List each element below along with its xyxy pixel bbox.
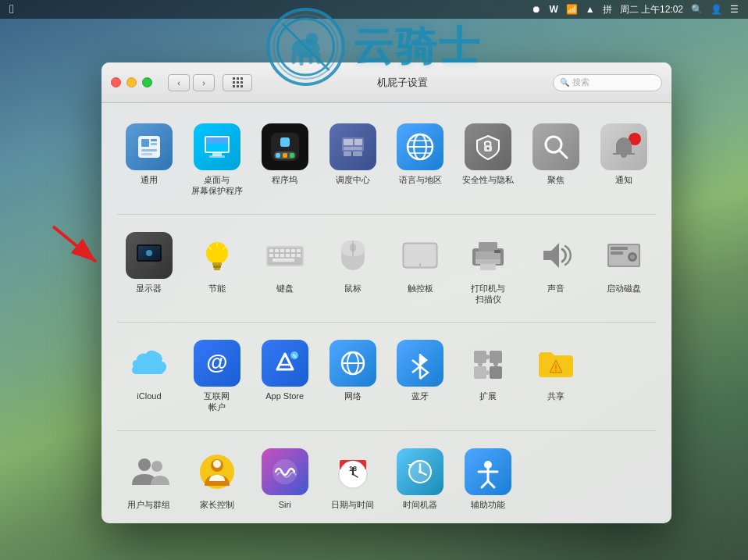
user-icon: 👤: [711, 4, 722, 15]
svg-point-124: [351, 473, 354, 475]
extensions-label: 扩展: [479, 391, 497, 401]
svg-point-128: [419, 470, 422, 473]
pref-keyboard[interactable]: 键盘: [253, 227, 317, 310]
energy-icon: [194, 232, 240, 279]
svg-marker-84: [543, 243, 559, 268]
svg-rect-32: [353, 152, 362, 156]
svg-rect-13: [151, 143, 157, 145]
mouse-label: 鼠标: [344, 283, 362, 294]
svg-rect-26: [280, 137, 290, 147]
pref-mouse[interactable]: 鼠标: [321, 227, 385, 310]
internet-icon: @: [194, 340, 240, 387]
grid-view-button[interactable]: [223, 74, 252, 91]
svg-line-41: [559, 150, 567, 158]
svg-rect-82: [480, 264, 496, 270]
search-bar[interactable]: 🔍 搜索: [553, 74, 662, 91]
language-label: 语言与地区: [399, 174, 442, 185]
close-button[interactable]: [111, 77, 121, 87]
pref-general[interactable]: 通用: [117, 119, 181, 202]
internet-label: 互联网 帐户: [204, 391, 230, 413]
sharing-label: 共享: [547, 391, 565, 401]
pref-display[interactable]: 显示器: [117, 227, 181, 310]
svg-rect-62: [291, 249, 295, 252]
printer-icon: [465, 232, 511, 279]
minimize-button[interactable]: [126, 77, 137, 87]
pref-notifications[interactable]: 通知: [592, 119, 656, 202]
search-placeholder: 搜索: [572, 77, 589, 88]
svg-line-99: [412, 360, 420, 366]
maximize-button[interactable]: [142, 77, 152, 87]
accessibility-label: 辅助功能: [471, 499, 505, 510]
pref-datetime[interactable]: 18 日期与时间: [321, 444, 385, 515]
svg-point-111: [138, 458, 151, 471]
svg-rect-25: [290, 153, 294, 158]
section-system: 用户与群组 家长控制: [117, 444, 656, 523]
svg-rect-29: [354, 139, 362, 145]
pref-parental[interactable]: 家长控制: [185, 444, 249, 515]
svg-rect-61: [286, 249, 290, 252]
svg-rect-59: [275, 249, 279, 252]
pref-extensions[interactable]: 扩展: [456, 335, 520, 418]
startup-icon: [600, 232, 647, 279]
pref-energy[interactable]: 节能: [185, 227, 249, 310]
pref-icloud[interactable]: iCloud: [117, 335, 181, 418]
svg-rect-108: [483, 370, 490, 375]
network-label: 网络: [344, 391, 362, 401]
section-internet: iCloud @ 互联网 帐户: [117, 335, 656, 431]
svg-rect-15: [141, 153, 152, 155]
pref-missionctrl[interactable]: 调度中心: [321, 119, 385, 202]
pref-printer[interactable]: 打印机与 扫描仪: [456, 227, 520, 310]
pref-language[interactable]: 语言与地区: [389, 119, 453, 202]
pref-siri[interactable]: Siri: [253, 444, 317, 515]
svg-rect-46: [144, 262, 154, 264]
svg-text:!: !: [555, 364, 557, 373]
pref-trackpad[interactable]: 触控板: [389, 227, 453, 310]
back-button[interactable]: ‹: [168, 74, 190, 91]
nav-buttons: ‹ ›: [168, 74, 215, 91]
eject-icon: ▲: [586, 4, 595, 15]
search-icon[interactable]: 🔍: [691, 4, 703, 15]
pref-security[interactable]: 安全性与隐私: [456, 119, 520, 202]
dock-label: 程序坞: [272, 174, 297, 185]
extensions-icon: [465, 340, 511, 387]
pref-dock[interactable]: 程序坞: [253, 119, 317, 202]
datetime-icon: 18: [329, 448, 376, 495]
svg-rect-76: [404, 244, 436, 266]
pref-appstore[interactable]: ✎ App Store: [253, 335, 317, 418]
svg-rect-14: [141, 149, 157, 152]
pref-sound[interactable]: 声音: [524, 227, 588, 310]
pref-spotlight[interactable]: 聚焦: [524, 119, 588, 202]
pref-network[interactable]: 网络: [321, 335, 385, 418]
svg-rect-107: [493, 360, 498, 366]
svg-point-115: [213, 460, 221, 468]
svg-rect-66: [280, 254, 284, 257]
desktop-icon: [194, 123, 240, 170]
bluetooth-label: 蓝牙: [411, 391, 429, 401]
menubar:  ⏺ W 📶 ▲ 拼 周二 上午12:02 🔍 👤 ☰: [0, 0, 748, 19]
pref-startup[interactable]: 启动磁盘: [592, 227, 656, 310]
pref-desktop[interactable]: 桌面与 屏幕保护程序: [185, 119, 249, 202]
section-personal: 通用 桌面与 屏幕保护程序: [117, 119, 656, 215]
missionctrl-icon: [329, 123, 376, 170]
svg-rect-60: [280, 249, 284, 252]
pref-sharing[interactable]: ! 共享: [524, 335, 588, 418]
pref-accessibility[interactable]: 辅助功能: [456, 444, 520, 515]
record-icon: ⏺: [532, 4, 541, 15]
general-label: 通用: [141, 174, 158, 185]
svg-rect-74: [350, 244, 356, 251]
svg-rect-81: [476, 259, 500, 264]
display-label: 显示器: [136, 283, 162, 294]
apple-menu[interactable]: : [9, 2, 14, 16]
search-icon-inner: 🔍: [560, 78, 569, 87]
keyboard-label: 键盘: [276, 283, 294, 294]
wifi-icon: 📶: [566, 4, 578, 15]
svg-rect-51: [213, 266, 221, 268]
pref-users[interactable]: 用户与群组: [117, 444, 181, 515]
svg-rect-104: [490, 366, 502, 379]
pref-internet[interactable]: @ 互联网 帐户: [185, 335, 249, 418]
forward-button[interactable]: ›: [193, 74, 215, 91]
menu-icon[interactable]: ☰: [730, 4, 739, 15]
svg-rect-87: [611, 247, 628, 250]
pref-bluetooth[interactable]: 蓝牙: [389, 335, 453, 418]
pref-timemachine[interactable]: 时间机器: [389, 444, 453, 515]
